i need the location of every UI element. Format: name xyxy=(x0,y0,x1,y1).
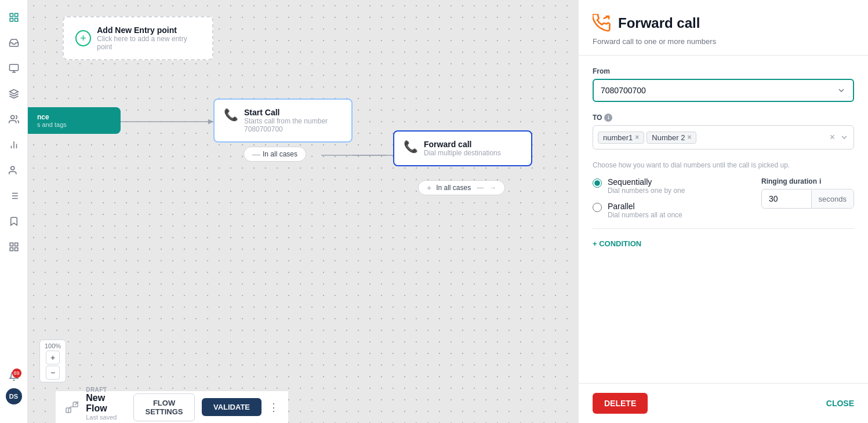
tag-number1-close[interactable]: × xyxy=(635,133,639,141)
ringing-info-icon[interactable]: i xyxy=(819,177,821,185)
ringing-section: Ringing duration i 30 seconds xyxy=(761,177,854,209)
sidebar-icon-screen[interactable] xyxy=(3,58,24,79)
zoom-out-button[interactable]: − xyxy=(46,366,60,380)
bottom-bar: DRAFT New Flow Last saved now FLOW SETTI… xyxy=(56,391,288,423)
ringing-input-row: 30 seconds xyxy=(761,189,854,209)
from-group: From 7080700700 xyxy=(593,67,854,102)
teal-node-sub: s and tags xyxy=(37,121,111,128)
sidebar-icon-list[interactable] xyxy=(3,185,24,206)
forward-call-icon: 📞 xyxy=(404,140,418,154)
from-label: From xyxy=(593,67,854,75)
panel-header: Forward call Forward call to one or more… xyxy=(579,0,868,56)
flow-saved: Last saved now xyxy=(86,414,124,423)
right-panel: Forward call Forward call to one or more… xyxy=(578,0,868,423)
connector-lines xyxy=(28,0,578,423)
canvas: nce s and tags + Add New Entry point Cli… xyxy=(28,0,578,423)
to-clear-icon[interactable]: × xyxy=(830,132,835,143)
radio-sequentially: Sequentially Dial numbers one by one xyxy=(593,177,747,195)
dial-hint: Choose how you want to dial numbers unti… xyxy=(593,161,854,169)
svg-line-29 xyxy=(604,16,609,19)
tag-number2-close[interactable]: × xyxy=(687,133,691,141)
radio-parallel-sub: Dial numbers all at once xyxy=(608,211,682,219)
to-label: TO i xyxy=(593,114,854,122)
sidebar-icon-users[interactable] xyxy=(3,109,24,130)
start-call-node[interactable]: 📞 Start Call Starts call from the number… xyxy=(213,99,353,143)
flow-icon xyxy=(65,399,79,415)
svg-rect-1 xyxy=(14,13,17,16)
flow-name: New Flow xyxy=(86,393,124,414)
notification-bell[interactable]: 89 xyxy=(9,371,19,384)
sidebar-icon-settings[interactable] xyxy=(3,236,24,257)
more-options-icon[interactable]: ⋮ xyxy=(268,401,279,414)
avatar[interactable]: DS xyxy=(6,388,22,404)
dial-options: Sequentially Dial numbers one by one Par… xyxy=(593,177,854,219)
svg-point-8 xyxy=(10,115,14,119)
condition-button[interactable]: + CONDITION xyxy=(593,239,641,248)
add-entry-node[interactable]: + Add New Entry point Click here to add … xyxy=(63,16,213,60)
teal-node[interactable]: nce s and tags xyxy=(28,107,121,134)
ringing-unit: seconds xyxy=(811,190,854,208)
forward-call-sub: Dial multiple destinations xyxy=(424,149,501,157)
svg-rect-22 xyxy=(14,248,17,251)
start-call-sub: Starts call from the number xyxy=(244,117,328,125)
ringing-duration-title: Ringing duration i xyxy=(761,177,854,185)
radio-sequentially-input[interactable] xyxy=(593,178,602,188)
zoom-level: 100% xyxy=(45,342,61,349)
to-chevron-icon[interactable] xyxy=(840,133,849,142)
radio-parallel-label: Parallel xyxy=(608,202,682,211)
flow-settings-button[interactable]: FLOW SETTINGS xyxy=(133,393,195,421)
divider xyxy=(593,228,854,229)
sidebar-icon-bookmark[interactable] xyxy=(3,211,24,232)
tag-number2[interactable]: Number 2 × xyxy=(647,132,696,144)
from-select[interactable]: 7080700700 xyxy=(593,79,854,102)
sidebar-icon-chart[interactable] xyxy=(3,134,24,155)
svg-rect-20 xyxy=(14,243,17,246)
to-info-icon[interactable]: i xyxy=(604,114,612,122)
sidebar-icon-layers[interactable] xyxy=(3,83,24,104)
sidebar-icon-grid[interactable] xyxy=(3,7,24,28)
sidebar-icon-contacts[interactable] xyxy=(3,160,24,181)
svg-point-12 xyxy=(10,166,14,170)
radio-sequentially-sub: Dial numbers one by one xyxy=(608,187,685,195)
start-call-title: Start Call xyxy=(244,108,328,117)
teal-node-title: nce xyxy=(37,113,111,121)
in-all-cases-label-2: In all cases xyxy=(436,184,471,192)
delete-button[interactable]: DELETE xyxy=(593,393,648,414)
close-button[interactable]: CLOSE xyxy=(826,399,854,408)
sidebar: 89 DS xyxy=(0,0,28,423)
tag-number2-label: Number 2 xyxy=(652,133,685,142)
panel-title-icon xyxy=(593,14,611,32)
in-all-cases-pill-2[interactable]: + In all cases — → xyxy=(418,180,505,195)
ringing-value: 30 xyxy=(762,189,811,208)
from-value: 7080700700 xyxy=(601,86,646,95)
svg-rect-0 xyxy=(10,13,13,16)
start-call-icon: 📞 xyxy=(224,108,238,122)
notification-count: 89 xyxy=(12,369,21,378)
zoom-controls: 100% + − xyxy=(39,340,66,382)
in-all-cases-pill-1[interactable]: — In all cases xyxy=(244,147,306,162)
from-chevron-icon xyxy=(837,86,846,95)
radio-parallel: Parallel Dial numbers all at once xyxy=(593,202,747,219)
panel-body: From 7080700700 TO i number1 xyxy=(579,56,868,383)
to-select[interactable]: number1 × Number 2 × × xyxy=(593,125,854,149)
zoom-in-button[interactable]: + xyxy=(46,351,60,364)
to-group: TO i number1 × Number 2 × × xyxy=(593,114,854,149)
svg-rect-19 xyxy=(10,243,13,246)
draft-label: DRAFT xyxy=(86,386,124,393)
svg-rect-3 xyxy=(14,19,17,21)
in-all-cases-label-1: In all cases xyxy=(263,150,297,158)
tag-number1[interactable]: number1 × xyxy=(598,132,644,144)
forward-call-title: Forward call xyxy=(424,140,501,149)
radio-parallel-input[interactable] xyxy=(593,203,602,212)
add-entry-subtitle: Click here to add a new entry point xyxy=(97,35,201,51)
panel-subtitle: Forward call to one or more numbers xyxy=(593,37,854,46)
validate-button[interactable]: VALIDATE xyxy=(202,398,262,416)
start-call-number: 7080700700 xyxy=(244,125,328,133)
tag-number1-label: number1 xyxy=(603,133,633,142)
svg-marker-7 xyxy=(9,90,18,94)
radio-sequentially-label: Sequentially xyxy=(608,177,685,187)
radio-group: Sequentially Dial numbers one by one Par… xyxy=(593,177,747,219)
forward-call-node[interactable]: 📞 Forward call Dial multiple destination… xyxy=(393,130,532,166)
panel-footer: DELETE CLOSE xyxy=(579,383,868,423)
sidebar-icon-inbox[interactable] xyxy=(3,32,24,53)
